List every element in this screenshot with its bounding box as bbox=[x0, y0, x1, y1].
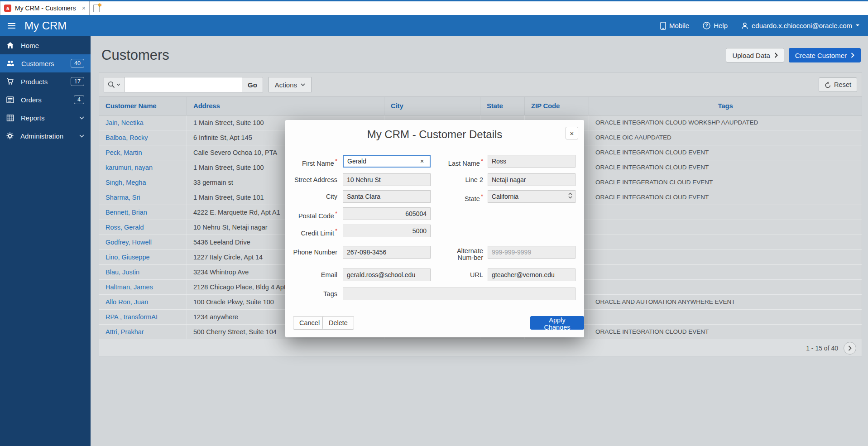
actions-label: Actions bbox=[275, 81, 297, 89]
customer-name-link[interactable]: Peck, Martin bbox=[106, 145, 180, 160]
sidebar-item-products[interactable]: Products 17 bbox=[0, 72, 91, 91]
products-icon bbox=[6, 78, 14, 85]
customer-name-link[interactable]: Jain, Neetika bbox=[106, 115, 180, 130]
customer-name-link[interactable]: Allo Ron, Juan bbox=[106, 295, 180, 309]
customer-name-link[interactable]: Bennett, Brian bbox=[106, 205, 180, 220]
sidebar-item-reports[interactable]: Reports bbox=[0, 109, 91, 127]
column-header-address[interactable]: Address bbox=[187, 97, 384, 115]
sidebar-item-orders[interactable]: Orders 4 bbox=[0, 91, 91, 109]
upload-data-button[interactable]: Upload Data bbox=[726, 48, 784, 62]
sidebar: Home Customers 40 Products 17 Orders 4 R… bbox=[0, 36, 91, 446]
orders-icon bbox=[6, 96, 14, 103]
dialog-close-button[interactable]: × bbox=[566, 127, 578, 139]
tags-cell bbox=[589, 235, 862, 249]
new-tab-button[interactable]: ✱ bbox=[90, 1, 103, 15]
customer-name-link[interactable]: Singh, Megha bbox=[106, 175, 180, 190]
sidebar-item-administration[interactable]: Administration bbox=[0, 127, 91, 145]
state-label: State* bbox=[415, 190, 483, 205]
delete-button[interactable]: Delete bbox=[322, 316, 354, 330]
new-tab-star-icon: ✱ bbox=[98, 2, 102, 8]
go-button[interactable]: Go bbox=[242, 77, 263, 92]
pagination-next-button[interactable] bbox=[844, 342, 856, 355]
chevron-right-icon bbox=[851, 53, 854, 58]
tags-cell: ORACLE INTEGRATION CLOUD EVENT bbox=[589, 190, 862, 205]
customer-name-link[interactable]: Ross, Gerald bbox=[106, 220, 180, 235]
reset-icon bbox=[825, 82, 831, 88]
tags-cell bbox=[589, 280, 862, 294]
line2-input[interactable] bbox=[488, 173, 575, 186]
credit-limit-input[interactable] bbox=[343, 225, 431, 237]
column-header-zip-code[interactable]: ZIP Code bbox=[525, 97, 589, 115]
alternate-number-input[interactable] bbox=[488, 246, 575, 259]
cancel-button[interactable]: Cancel bbox=[293, 316, 326, 330]
last-name-input[interactable] bbox=[488, 155, 575, 168]
customer-name-link[interactable]: Balboa, Rocky bbox=[106, 130, 180, 145]
tags-input[interactable] bbox=[343, 288, 575, 300]
required-asterisk: * bbox=[335, 158, 337, 164]
customer-name-link[interactable]: Lino, Giuseppe bbox=[106, 250, 180, 264]
customer-name-link[interactable]: Blau, Justin bbox=[106, 265, 180, 279]
state-select[interactable]: California bbox=[488, 190, 575, 203]
required-asterisk: * bbox=[481, 158, 483, 164]
last-name-label: Last Name* bbox=[415, 155, 483, 170]
chevron-down-icon bbox=[301, 83, 305, 86]
search-options-button[interactable] bbox=[104, 77, 125, 92]
customer-name-link[interactable]: Haltman, James bbox=[106, 280, 180, 294]
reports-icon bbox=[6, 115, 14, 121]
customer-name-link[interactable]: karumuri, nayan bbox=[106, 160, 180, 175]
column-header-customer-name[interactable]: Customer Name bbox=[99, 97, 187, 115]
mobile-button[interactable]: Mobile bbox=[660, 22, 689, 30]
select-spinner-icon bbox=[568, 192, 572, 199]
column-header-tags[interactable]: Tags bbox=[589, 97, 862, 115]
required-asterisk: * bbox=[481, 193, 483, 200]
customer-details-dialog: My CRM - Customer Details × First Name* … bbox=[285, 120, 584, 337]
mobile-icon bbox=[660, 22, 666, 30]
customer-name-cell: Ross, Gerald bbox=[99, 220, 187, 235]
customer-name-cell: Godfrey, Howell bbox=[99, 235, 187, 249]
help-button[interactable]: ? Help bbox=[703, 22, 728, 29]
sidebar-item-label: Customers bbox=[21, 60, 54, 67]
reports-chevron-down-icon bbox=[79, 116, 84, 120]
pagination-text: 1 - 15 of 40 bbox=[806, 345, 838, 352]
sidebar-item-home[interactable]: Home bbox=[0, 36, 91, 54]
customers-count-badge: 40 bbox=[71, 59, 84, 68]
customer-name-cell: Haltman, James bbox=[99, 280, 187, 294]
page-title: Customers bbox=[101, 47, 169, 63]
required-asterisk: * bbox=[335, 227, 337, 234]
customer-name-link[interactable]: Godfrey, Howell bbox=[106, 235, 180, 249]
tab-close-icon[interactable]: × bbox=[82, 5, 86, 12]
search-icon bbox=[108, 81, 115, 88]
customer-name-cell: Singh, Megha bbox=[99, 175, 187, 190]
credit-limit-label: Credit Limit* bbox=[285, 225, 337, 240]
browser-tab[interactable]: a My CRM - Customers × bbox=[0, 1, 90, 15]
customer-name-cell: RPA , transformAI bbox=[99, 310, 187, 324]
required-asterisk: * bbox=[335, 210, 337, 217]
search-input[interactable] bbox=[125, 77, 242, 92]
postal-code-input[interactable] bbox=[343, 207, 431, 220]
sidebar-item-label: Home bbox=[21, 42, 39, 49]
url-input[interactable] bbox=[488, 269, 575, 281]
products-count-badge: 17 bbox=[71, 77, 84, 86]
actions-button[interactable]: Actions bbox=[269, 77, 312, 92]
tags-cell: ORACLE INTEGERATION CLOUD EVENT bbox=[589, 175, 862, 190]
create-customer-button[interactable]: Create Customer bbox=[789, 48, 861, 62]
column-header-city[interactable]: City bbox=[384, 97, 480, 115]
phone-number-input[interactable] bbox=[343, 246, 431, 259]
user-menu[interactable]: eduardo.x.chiocconi@oracle.com bbox=[741, 22, 860, 29]
apply-changes-button[interactable]: Apply Changes bbox=[530, 316, 584, 330]
tags-cell: ORACLE INTEGRATION CLOUD EVENT bbox=[589, 325, 862, 339]
tags-cell bbox=[589, 310, 862, 324]
alternate-number-label: Alternate Num-ber bbox=[442, 248, 483, 261]
customer-name-link[interactable]: Attri, Prakhar bbox=[106, 325, 180, 339]
administration-chevron-down-icon bbox=[79, 134, 84, 138]
reset-button[interactable]: Reset bbox=[819, 77, 857, 92]
hamburger-menu-icon[interactable] bbox=[0, 15, 23, 36]
tab-title: My CRM - Customers bbox=[15, 5, 78, 12]
sidebar-item-customers[interactable]: Customers 40 bbox=[0, 54, 91, 72]
customer-name-link[interactable]: RPA , transformAI bbox=[106, 310, 180, 324]
column-header-state[interactable]: State bbox=[480, 97, 525, 115]
customer-name-cell: Attri, Prakhar bbox=[99, 325, 187, 339]
customer-name-link[interactable]: Sharma, Sri bbox=[106, 190, 180, 205]
customer-name-cell: Jain, Neetika bbox=[99, 115, 187, 130]
app-title: My CRM bbox=[24, 19, 67, 32]
